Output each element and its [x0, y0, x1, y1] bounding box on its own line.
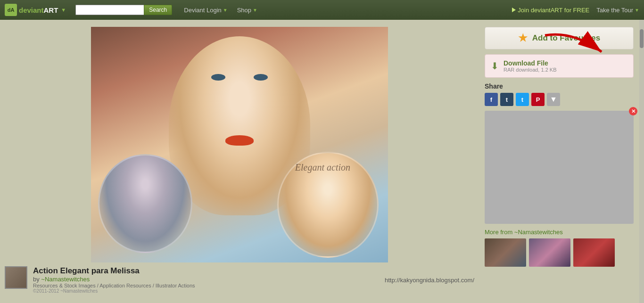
more-from-thumb-2[interactable] [529, 238, 570, 267]
author-avatar[interactable] [5, 266, 27, 289]
right-nav: Join deviantART for FREE Take the Tour ▼ [512, 7, 639, 14]
more-from-section: More from ~Namastewitches [485, 229, 634, 267]
twitter-share-button[interactable]: t [516, 93, 529, 106]
more-from-thumbs [485, 238, 634, 267]
join-link[interactable]: Join deviantART for FREE [512, 7, 589, 14]
search-input[interactable] [75, 5, 144, 15]
logo-icon: dA [5, 4, 17, 16]
more-from-title: More from ~Namastewitches [485, 229, 634, 236]
artwork-lips [225, 135, 254, 146]
search-area: Search [75, 5, 172, 15]
artwork-info-bar: Action Elegant para Melissa by ~Namastew… [5, 262, 474, 297]
download-file-link[interactable]: Download File [504, 59, 627, 67]
share-label: Share [485, 82, 634, 90]
logo-chevron-icon: ▼ [61, 7, 66, 13]
download-info: Download File RAR download, 1.2 KB [504, 59, 627, 73]
facebook-share-button[interactable]: f [485, 93, 498, 106]
search-button[interactable]: Search [144, 5, 172, 15]
shop-link[interactable]: Shop ▼ [237, 7, 257, 14]
share-buttons: f t t P ▼ [485, 93, 634, 106]
more-share-button[interactable]: ▼ [547, 93, 560, 106]
artwork-url: http://kakyongnida.blogspot.com/ [385, 277, 474, 284]
advertisement-box: ✕ [485, 111, 634, 224]
artwork-author: by ~Namastewitches [33, 276, 379, 283]
download-section: ⬇ Download File RAR download, 1.2 KB [485, 54, 634, 78]
deviant-login-chevron-icon: ▼ [223, 8, 228, 13]
tumblr-share-button[interactable]: t [500, 93, 513, 106]
artwork-image[interactable]: Elegant action [91, 27, 388, 262]
more-from-thumb-3[interactable] [573, 238, 615, 267]
add-to-favourites-button[interactable]: ★ Add to Favourites [485, 27, 634, 49]
artwork-eye-left [211, 74, 225, 81]
artwork-watermark: Elegant action [295, 162, 350, 173]
author-link[interactable]: ~Namastewitches [41, 276, 90, 283]
title-section: Action Elegant para Melissa by ~Namastew… [33, 266, 379, 294]
scroll-thumb[interactable] [640, 29, 644, 48]
right-sidebar: ★ Add to Favourites ⬇ Download File RAR … [479, 20, 639, 303]
more-from-author-link[interactable]: ~Namastewitches [514, 229, 563, 236]
tour-chevron-icon: ▼ [635, 8, 639, 13]
download-icon: ⬇ [491, 60, 499, 72]
more-from-thumb-1[interactable] [485, 238, 526, 267]
artwork-eye-right [254, 74, 268, 81]
artwork-category: Resources & Stock Images / Application R… [33, 283, 379, 288]
share-section: Share f t t P ▼ [485, 82, 634, 106]
deviant-login-link[interactable]: Deviant Login ▼ [184, 7, 227, 14]
main-nav: Deviant Login ▼ Shop ▼ [184, 7, 257, 14]
logo[interactable]: dA deviantART ▼ [5, 4, 66, 16]
ad-close-button[interactable]: ✕ [629, 107, 637, 115]
shop-chevron-icon: ▼ [253, 8, 257, 13]
artwork-title: Action Elegant para Melissa [33, 266, 379, 276]
download-subtitle: RAR download, 1.2 KB [504, 67, 627, 73]
scrollbar[interactable] [639, 20, 644, 303]
artwork-eyes [211, 74, 268, 81]
star-icon: ★ [518, 32, 528, 44]
artwork-circle-left [98, 154, 192, 253]
artwork-copyright: ©2011-2012 ~Namastewitches [33, 288, 379, 294]
pinterest-share-button[interactable]: P [531, 93, 545, 106]
center-content: Elegant action Action Elegant para Melis… [0, 20, 479, 303]
tour-link[interactable]: Take the Tour ▼ [596, 7, 639, 14]
play-icon [512, 8, 516, 12]
logo-text: deviantART [19, 6, 58, 14]
